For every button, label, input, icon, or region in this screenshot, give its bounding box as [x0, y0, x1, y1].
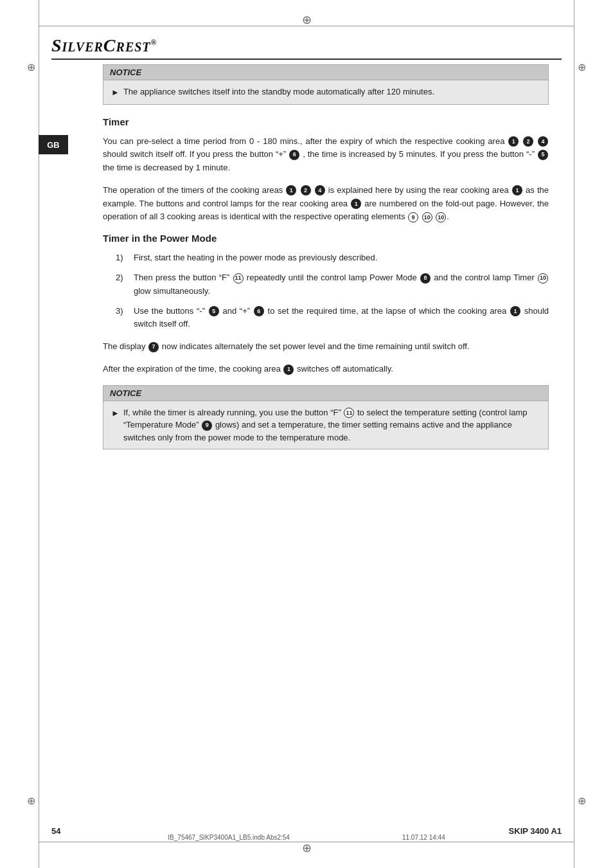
icon-5b: 5 — [209, 306, 219, 316]
timer-para2: The operation of the timers of the cooki… — [103, 184, 549, 224]
step-1-text: First, start the heating in the power mo… — [134, 251, 549, 265]
icon-10b: 10 — [436, 212, 446, 222]
icon-10c: 10 — [538, 273, 548, 284]
notice-body-top: ► The appliance switches itself into the… — [103, 80, 548, 104]
icon-1c: 1 — [512, 185, 522, 195]
icon-1d: 1 — [351, 199, 361, 209]
notice-header-bottom: NOTICE — [103, 386, 548, 401]
logo-area: SilverCrest® — [51, 35, 562, 60]
notice-box-bottom: NOTICE ► If, while the timer is already … — [103, 385, 549, 450]
notice-item-top: ► The appliance switches itself into the… — [111, 86, 540, 99]
icon-2a: 2 — [523, 136, 533, 147]
notice-body-bottom: ► If, while the timer is already running… — [103, 401, 548, 449]
icon-9b: 9 — [202, 420, 212, 431]
notice-bottom-text: If, while the timer is already running, … — [123, 406, 540, 444]
icon-7a: 7 — [148, 342, 159, 352]
model-number: SKIP 3400 A1 — [509, 826, 562, 836]
icon-2b: 2 — [301, 185, 311, 195]
power-mode-steps: 1) First, start the heating in the power… — [116, 251, 549, 331]
icon-1b: 1 — [286, 185, 296, 195]
brand-logo: SilverCrest® — [51, 35, 562, 56]
crosshair-right-bottom-icon: ⊕ — [578, 795, 586, 807]
page-number: 54 — [51, 826, 60, 836]
icon-6a: 6 — [289, 150, 299, 160]
icon-1a: 1 — [508, 136, 519, 147]
step-2-num: 2) — [116, 271, 129, 298]
step-2-text: Then press the button “F” 11 repeatedly … — [134, 271, 549, 298]
icon-11b: 11 — [344, 408, 354, 418]
icon-4a: 4 — [538, 136, 548, 147]
main-content: NOTICE ► The appliance switches itself i… — [103, 64, 549, 461]
notice-item-bottom: ► If, while the timer is already running… — [111, 406, 540, 444]
icon-10a: 10 — [422, 212, 432, 222]
icon-9a: 9 — [408, 212, 418, 222]
notice-box-top: NOTICE ► The appliance switches itself i… — [103, 64, 549, 105]
timer-power-mode-heading: Timer in the Power Mode — [103, 233, 549, 244]
timer-para1: You can pre-select a time period from 0 … — [103, 135, 549, 175]
icon-5a: 5 — [538, 150, 548, 160]
step-1-num: 1) — [116, 251, 129, 265]
icon-1e: 1 — [510, 306, 520, 316]
crosshair-top-icon: ⊕ — [302, 13, 312, 27]
bullet-arrow-top: ► — [111, 86, 120, 99]
crosshair-left-bottom-icon: ⊕ — [27, 795, 35, 807]
step-2: 2) Then press the button “F” 11 repeated… — [116, 271, 549, 298]
crosshair-right-top-icon: ⊕ — [578, 61, 586, 73]
icon-6b: 6 — [254, 306, 264, 316]
timer-heading: Timer — [103, 116, 549, 127]
bullet-arrow-bottom: ► — [111, 407, 120, 444]
logo-underline — [51, 59, 562, 60]
page-border-right — [574, 0, 574, 868]
display-para: The display 7 now indicates alternately … — [103, 340, 549, 354]
icon-8a: 8 — [420, 273, 431, 284]
notice-header-top: NOTICE — [103, 65, 548, 80]
step-1: 1) First, start the heating in the power… — [116, 251, 549, 265]
icon-1f: 1 — [283, 365, 294, 375]
crosshair-left-top-icon: ⊕ — [27, 61, 35, 73]
icon-11a: 11 — [233, 273, 244, 284]
step-3-text: Use the buttons “-” 5 and “+” 6 to set t… — [134, 305, 549, 332]
language-badge: GB — [39, 135, 68, 154]
footer-file-info: IB_75467_SIKP3400A1_LB5.indb Abs2:54 11.… — [168, 834, 445, 841]
page-border-left — [39, 0, 39, 868]
expiry-para: After the expiration of the time, the co… — [103, 363, 549, 376]
step-3-num: 3) — [116, 305, 129, 332]
icon-4b: 4 — [315, 185, 325, 195]
step-3: 3) Use the buttons “-” 5 and “+” 6 to se… — [116, 305, 549, 332]
crosshair-bottom-icon: ⊕ — [302, 841, 312, 855]
